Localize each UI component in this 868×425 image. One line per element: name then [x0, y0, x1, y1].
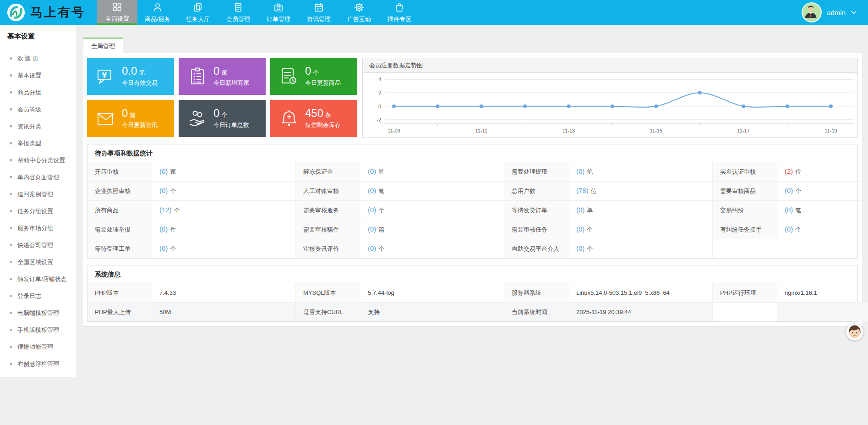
sidebar-item-1[interactable]: 基本设置	[0, 67, 76, 84]
stat-value-link[interactable]: (0)	[368, 225, 376, 233]
table-row: PHP最大上传50M是否支持CURL支持当前系统时间2025-11-19 20:…	[87, 303, 868, 322]
dashboard-top: ¥0.0元今日有效交易0家今日新增商家0个今日更新商品0篇今日更新资讯0个今日订…	[87, 58, 858, 138]
stat-value-cell: 5.7.44-log	[360, 283, 504, 303]
stat-label: 需要审核服务	[296, 201, 361, 220]
stat-value-link[interactable]: (0)	[368, 206, 376, 214]
stat-value-cell: (0)件	[152, 220, 296, 239]
stat-value-cell: (0)个	[777, 182, 868, 201]
sidebar-item-13[interactable]: 触发订单/店铺状态	[0, 270, 76, 287]
nav-item-order-manage[interactable]: 订单管理	[258, 0, 299, 25]
stat-value-cell: (0)笔	[360, 182, 504, 201]
stat-label: 是否支持CURL	[296, 303, 361, 322]
sidebar-item-8[interactable]: 追回案例管理	[0, 186, 76, 203]
stat-unit: 个	[587, 226, 593, 233]
sidebar-item-14[interactable]: 登录日志	[0, 287, 76, 304]
stat-value-link[interactable]: (0)	[785, 187, 793, 194]
floating-avatar[interactable]	[846, 323, 863, 341]
stat-value-link[interactable]: (0)	[159, 187, 168, 194]
stat-label: 需要审核任务	[504, 220, 569, 239]
sysinfo-title: 系统信息	[87, 265, 857, 283]
stat-value-link[interactable]: (12)	[159, 206, 172, 214]
nav-item-news-manage[interactable]: 资讯管理	[299, 0, 339, 25]
sidebar-item-4[interactable]: 资讯分类	[0, 118, 76, 135]
stat-card-label: 短信剩余库存	[305, 121, 341, 129]
stat-unit: 个	[170, 245, 176, 252]
stat-value-link[interactable]: (0)	[159, 225, 168, 233]
stat-label: 需要审核商品	[713, 182, 778, 201]
stat-unit: 个	[795, 226, 801, 233]
nav-item-ad-interact[interactable]: 广告互动	[339, 0, 379, 25]
sidebar-item-10[interactable]: 服务市场分组	[0, 220, 76, 237]
sidebar-item-2[interactable]: 商品分组	[0, 84, 76, 101]
sidebar-item-6[interactable]: 帮助中心分类设置	[0, 152, 76, 169]
stat-value-link[interactable]: (0)	[368, 244, 376, 252]
stat-value-cell: (78)位	[569, 182, 713, 201]
sidebar-item-17[interactable]: 便捷功能管理	[0, 338, 76, 355]
sidebar-item-15[interactable]: 电脑端模板管理	[0, 304, 76, 321]
logo[interactable]: 马上有号	[0, 0, 97, 25]
stat-value-cell: (0)个	[360, 239, 504, 259]
nav-item-goods-services[interactable]: 商品/服务	[137, 0, 178, 25]
stat-value-link[interactable]: (0)	[159, 167, 168, 175]
stat-value-link[interactable]: (0)	[576, 244, 584, 252]
doc-clock-icon	[278, 66, 300, 87]
stat-value-link[interactable]: (0)	[368, 187, 376, 194]
svg-text:11-09: 11-09	[388, 128, 400, 133]
stat-value-cell: (0)个	[569, 220, 713, 239]
hand-coin-icon	[187, 108, 208, 129]
sidebar-item-3[interactable]: 会员等级	[0, 101, 76, 118]
stat-label: 所有商品	[87, 201, 152, 220]
nav-item-global-settings[interactable]: 全局设置	[97, 0, 137, 25]
stat-value-link[interactable]: (0)	[576, 225, 584, 233]
stat-card-unit: 条	[325, 111, 331, 118]
stat-value-link[interactable]: (2)	[785, 167, 793, 175]
stat-value-link[interactable]: (0)	[368, 167, 376, 175]
nav-item-task-hall[interactable]: 任务大厅	[178, 0, 218, 25]
sidebar-item-9[interactable]: 任务分组设置	[0, 203, 76, 220]
sidebar-item-18[interactable]: 右侧悬浮栏管理	[0, 355, 76, 372]
stat-label: 等待发货订单	[504, 201, 569, 220]
sidebar: 基本设置 欢 迎 页基本设置商品分组会员等级资讯分类举报类型帮助中心分类设置单内…	[0, 25, 77, 377]
chart-panel: 会员注册数据走势图 420-211-0911-1111-1311-1511-17…	[362, 58, 858, 138]
nav-item-label: 全局设置	[105, 15, 129, 23]
user-menu[interactable]: admin	[802, 0, 868, 25]
sysinfo-table: PHP版本7.4.33MYSQL版本5.7.44-log服务器系统Linux5.…	[87, 283, 868, 321]
stat-value-cell	[777, 303, 868, 322]
sidebar-item-7[interactable]: 单内容页面管理	[0, 169, 76, 186]
table-row: PHP版本7.4.33MYSQL版本5.7.44-log服务器系统Linux5.…	[87, 283, 868, 303]
stat-value-cell: (12)个	[152, 201, 296, 220]
table-row: 企业执照审核(0)个人工对账审核(0)笔总用户数(78)位需要审核商品(0)个	[87, 182, 868, 201]
stat-label: 交易纠纷	[713, 201, 778, 220]
chevron-down-icon	[851, 8, 857, 17]
svg-text:11-17: 11-17	[737, 128, 750, 133]
stat-unit: 个	[170, 188, 176, 194]
stat-value-link[interactable]: (0)	[785, 206, 793, 214]
sidebar-item-16[interactable]: 手机版模板管理	[0, 321, 76, 338]
sidebar-item-5[interactable]: 举报类型	[0, 135, 76, 152]
nav-item-label: 广告互动	[347, 15, 371, 23]
stat-value-link[interactable]: (78)	[576, 187, 589, 194]
stat-label: PHP最大上传	[87, 303, 152, 322]
nav-item-member-manage[interactable]: 会员管理	[218, 0, 258, 25]
sidebar-item-12[interactable]: 全国区域设置	[0, 254, 76, 270]
stat-value-link[interactable]: (0)	[576, 206, 584, 214]
stat-card-value: 0	[305, 65, 311, 77]
stat-value-link[interactable]: (0)	[576, 167, 584, 175]
stat-value-link[interactable]: (0)	[785, 225, 793, 233]
stat-value-link[interactable]: (0)	[159, 244, 168, 252]
nav-item-label: 会员管理	[226, 15, 250, 23]
stat-card-value: 0.0	[122, 65, 137, 77]
tab-global-manage[interactable]: 全局管理	[83, 38, 123, 54]
stat-unit: 单	[587, 207, 593, 214]
nav-item-label: 订单管理	[267, 15, 290, 23]
stat-card-label: 今日有效交易	[122, 79, 158, 87]
stat-card-label: 今日新增商家	[213, 79, 249, 87]
stat-value-cell: (0)家	[152, 162, 296, 182]
stat-unit: 件	[170, 226, 176, 233]
stat-card-unit: 篇	[130, 111, 136, 118]
nav-item-plugin-zone[interactable]: 插件专区	[379, 0, 420, 25]
sidebar-item-0[interactable]: 欢 迎 页	[0, 50, 76, 67]
sidebar-item-11[interactable]: 快递公司管理	[0, 237, 76, 254]
envelope-icon	[95, 108, 116, 129]
stat-card-label: 今日订单总数	[213, 121, 249, 129]
